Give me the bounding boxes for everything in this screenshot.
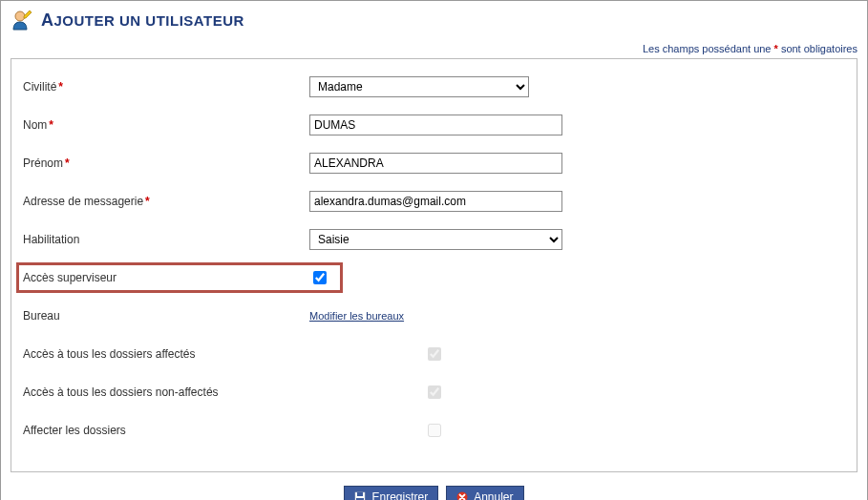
row-nom: Nom*	[23, 111, 845, 139]
habilitation-select[interactable]: Saisie	[309, 229, 562, 250]
label-email: Adresse de messagerie*	[23, 195, 309, 208]
required-fields-note: Les champs possédant une * sont obligato…	[11, 43, 857, 54]
affecter-checkbox	[428, 424, 441, 437]
label-prenom: Prénom*	[23, 156, 309, 170]
label-nom: Nom*	[23, 118, 309, 132]
row-email: Adresse de messagerie*	[23, 187, 845, 216]
label-superviseur: Accès superviseur	[23, 271, 309, 284]
email-input[interactable]	[309, 191, 562, 212]
cancel-button[interactable]: Annuler	[446, 486, 523, 500]
row-civilite: Civilité* Madame	[23, 73, 845, 101]
cancel-button-label: Annuler	[474, 490, 513, 500]
dossiers-affectes-checkbox	[428, 347, 441, 361]
superviseur-checkbox[interactable]	[313, 271, 327, 284]
add-user-icon	[11, 9, 33, 31]
modify-offices-link[interactable]: Modifier les bureaux	[309, 310, 404, 322]
civilite-select[interactable]: Madame	[309, 76, 529, 97]
save-button-label: Enregistrer	[371, 490, 428, 500]
dossiers-non-affectes-checkbox	[428, 385, 441, 399]
cancel-icon	[456, 491, 468, 500]
row-affecter: Affecter les dossiers	[23, 416, 845, 445]
prenom-input[interactable]	[309, 153, 562, 174]
row-prenom: Prénom*	[23, 149, 845, 177]
row-habilitation: Habilitation Saisie	[23, 225, 845, 254]
dialog-title: AJOUTER UN UTILISATEUR	[41, 10, 244, 31]
label-bureau: Bureau	[23, 309, 309, 323]
label-habilitation: Habilitation	[23, 233, 309, 246]
label-dossiers-non-affectes: Accès à tous les dossiers non-affectés	[23, 385, 424, 399]
svg-point-0	[15, 11, 25, 21]
label-affecter: Affecter les dossiers	[23, 424, 424, 437]
dialog-container: AJOUTER UN UTILISATEUR Les champs posséd…	[0, 0, 868, 500]
row-bureau: Bureau Modifier les bureaux	[23, 302, 845, 330]
dialog-header: AJOUTER UN UTILISATEUR	[11, 7, 857, 37]
form-panel: Civilité* Madame Nom* Prénom*	[11, 58, 857, 472]
row-dossiers-non-affectes: Accès à tous les dossiers non-affectés	[23, 378, 845, 406]
row-dossiers-affectes: Accès à tous les dossiers affectés	[23, 340, 845, 368]
save-button[interactable]: Enregistrer	[344, 486, 438, 500]
svg-rect-2	[357, 492, 363, 496]
nom-input[interactable]	[309, 115, 562, 135]
row-superviseur: Accès superviseur	[17, 263, 342, 292]
label-civilite: Civilité*	[23, 80, 309, 94]
save-icon	[354, 491, 366, 500]
label-dossiers-affectes: Accès à tous les dossiers affectés	[23, 347, 424, 361]
button-bar: Enregistrer Annuler	[11, 486, 857, 500]
